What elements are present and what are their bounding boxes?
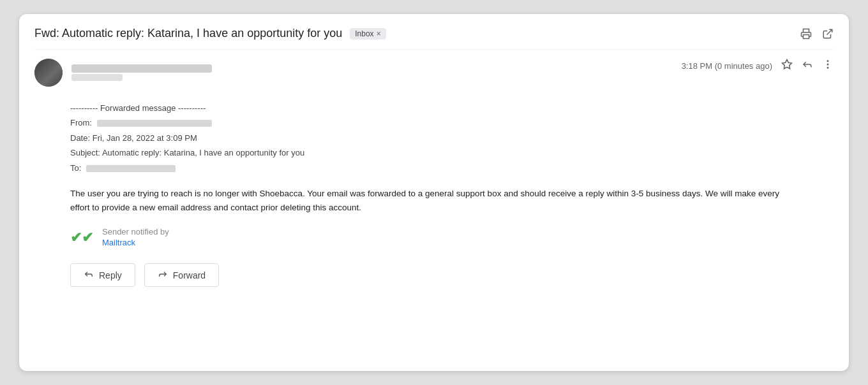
forward-header: ---------- Forwarded message ---------- …: [70, 101, 834, 175]
svg-point-4: [827, 64, 828, 65]
open-external-icon[interactable]: [822, 28, 834, 40]
avatar: [34, 59, 63, 87]
forwarded-message-line: ---------- Forwarded message ----------: [70, 101, 834, 115]
more-options-icon[interactable]: [822, 59, 834, 73]
sender-email: [71, 74, 123, 81]
reply-button-label: Reply: [99, 270, 122, 280]
forward-btn-icon: [158, 269, 168, 281]
email-timestamp: 3:18 PM (0 minutes ago): [682, 61, 772, 71]
subject-line: Subject: Automatic reply: Katarina, I ha…: [70, 145, 834, 160]
forward-button-label: Forward: [173, 270, 206, 280]
email-body: The user you are trying to reach is no l…: [34, 175, 788, 214]
subject-label: Subject:: [70, 148, 100, 157]
from-value-blurred: [97, 120, 212, 127]
email-title-area: Fwd: Automatic reply: Katarina, I have a…: [34, 27, 386, 40]
sender-name: [71, 64, 212, 73]
reply-icon[interactable]: [802, 59, 813, 73]
svg-point-5: [827, 68, 828, 69]
to-label: To:: [70, 163, 81, 173]
mailtrack-link[interactable]: Mailtrack: [102, 238, 135, 247]
mailtrack-notified-label: Sender notified by: [102, 227, 169, 236]
action-buttons: Reply Forward: [34, 248, 834, 289]
email-body-text: The user you are trying to reach is no l…: [70, 187, 788, 214]
to-line: To:: [70, 161, 834, 175]
svg-point-3: [827, 61, 828, 62]
mailtrack-section: ✔✔ Sender notified by Mailtrack: [34, 214, 834, 248]
date-line: Date: Fri, Jan 28, 2022 at 3:09 PM: [70, 131, 834, 145]
mailtrack-check-icon: ✔✔: [70, 229, 93, 246]
inbox-badge: Inbox ×: [350, 28, 385, 40]
from-label: From:: [70, 118, 92, 127]
inbox-badge-close[interactable]: ×: [377, 29, 381, 38]
subject-value: Automatic reply: Katarina, I have an opp…: [102, 148, 304, 157]
avatar-image: [34, 59, 63, 87]
star-icon[interactable]: [781, 59, 793, 73]
date-value: Fri, Jan 28, 2022 at 3:09 PM: [93, 133, 197, 143]
header-icons: [800, 28, 834, 40]
email-subject: Fwd: Automatic reply: Katarina, I have a…: [34, 27, 342, 40]
mailtrack-info: Sender notified by Mailtrack: [102, 227, 169, 248]
forwarded-section: ---------- Forwarded message ---------- …: [34, 93, 834, 175]
reply-button[interactable]: Reply: [70, 263, 135, 287]
email-header-row: Fwd: Automatic reply: Katarina, I have a…: [34, 27, 834, 50]
reply-btn-icon: [84, 269, 94, 281]
from-line: From:: [70, 115, 834, 130]
print-icon[interactable]: [800, 28, 812, 40]
sender-row: 3:18 PM (0 minutes ago): [34, 50, 834, 93]
inbox-badge-label: Inbox: [355, 29, 373, 38]
forward-button[interactable]: Forward: [144, 263, 219, 287]
svg-rect-0: [804, 34, 809, 38]
svg-marker-2: [782, 60, 792, 69]
sender-right: 3:18 PM (0 minutes ago): [682, 59, 834, 73]
email-card: Fwd: Automatic reply: Katarina, I have a…: [19, 14, 849, 371]
date-label: Date:: [70, 133, 90, 143]
sender-info: [71, 64, 212, 81]
to-value-blurred: [86, 165, 176, 172]
svg-line-1: [827, 29, 832, 34]
sender-left: [34, 59, 212, 87]
